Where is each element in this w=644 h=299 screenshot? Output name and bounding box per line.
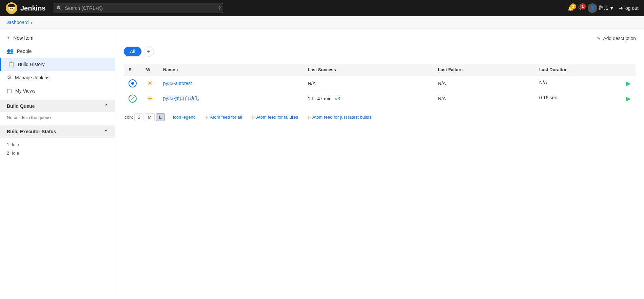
executor-1-id: 1 — [7, 142, 9, 147]
shield-count: 1 — [580, 3, 586, 9]
add-description-label: Add description — [603, 36, 636, 41]
rss-failures-icon: ⏆ — [250, 115, 255, 120]
sidebar-item-my-views[interactable]: ▢ My Views — [0, 84, 115, 97]
shield-badge[interactable]: 🛡 1 — [578, 5, 583, 11]
job2-last-failure-value: N/A — [438, 96, 446, 101]
breadcrumb-dashboard[interactable]: Dashboard — [5, 20, 29, 25]
size-m-button[interactable]: M — [145, 113, 155, 121]
job1-last-failure-value: N/A — [438, 81, 446, 86]
tab-bar: All + — [123, 46, 636, 57]
search-icon: 🔍 — [56, 5, 62, 11]
search-input[interactable] — [54, 3, 223, 13]
job2-weather-cell: ☀ — [141, 91, 158, 106]
add-description-button[interactable]: ✎ Add description — [597, 36, 636, 41]
table-row: ✓ ☀ py33-接口自动化 1 hr 47 min #3 N/A — [124, 91, 636, 106]
job2-last-failure-cell: N/A — [433, 91, 534, 106]
views-icon: ▢ — [7, 87, 12, 94]
edit-icon: ✎ — [597, 36, 601, 41]
job2-run-button[interactable]: ▶ — [626, 95, 631, 102]
sidebar: + New Item 👥 People 📋 Build History ⚙ Ma… — [0, 29, 115, 299]
content-header: ✎ Add description — [123, 36, 636, 41]
main-content: ✎ Add description All + S W — [115, 29, 644, 299]
job2-build-num-link[interactable]: #3 — [335, 96, 340, 101]
main-header: Jenkins 🔍 ? 🔔 2 🛡 1 👤 鹳儿 ▼ ➔ log out — [0, 0, 644, 16]
user-menu[interactable]: 👤 鹳儿 ▼ — [588, 3, 614, 13]
build-executor-section: Build Executor Status ⌃ 1 Idle 2 Idle — [0, 125, 115, 160]
col-header-w: W — [141, 64, 158, 76]
sidebar-item-build-history[interactable]: 📋 Build History — [0, 58, 115, 71]
svg-rect-6 — [8, 5, 9, 7]
job1-status-cell — [124, 76, 142, 91]
logout-icon: ➔ — [619, 5, 623, 11]
job2-name-link[interactable]: py33-接口自动化 — [163, 96, 199, 101]
logout-label: log out — [624, 5, 639, 11]
notifications-bell[interactable]: 🔔 2 — [568, 5, 573, 11]
col-header-last-failure: Last Failure — [433, 64, 534, 76]
job1-status-icon — [129, 79, 137, 87]
avatar: 👤 — [588, 3, 597, 13]
job1-name-cell: py33-autotest — [158, 76, 303, 91]
job1-status-dot — [131, 82, 134, 85]
atom-feed-failures-link[interactable]: ⏆ Atom feed for failures — [250, 115, 298, 120]
job2-last-success-cell: 1 hr 47 min #3 — [303, 91, 433, 106]
jenkins-title: Jenkins — [20, 4, 45, 12]
user-avatar-icon: 👤 — [590, 6, 595, 11]
rss-all-icon: ⏆ — [204, 115, 209, 120]
jenkins-logo-link[interactable]: Jenkins — [5, 2, 45, 14]
sidebar-item-build-history-label: Build History — [18, 62, 45, 67]
sidebar-item-new-item[interactable]: + New Item — [0, 32, 115, 44]
build-queue-header[interactable]: Build Queue ⌃ — [0, 100, 115, 112]
job2-weather-icon: ☀ — [146, 95, 154, 103]
gear-icon: ⚙ — [7, 74, 12, 81]
atom-feed-all-link[interactable]: ⏆ Atom feed for all — [204, 115, 242, 120]
jenkins-logo-icon — [5, 2, 18, 14]
build-executor-chevron-icon: ⌃ — [104, 129, 108, 134]
job1-name-link[interactable]: py33-autotest — [163, 81, 192, 86]
col-header-last-success: Last Success — [303, 64, 433, 76]
col-header-name[interactable]: Name ↓ — [158, 64, 303, 76]
sidebar-item-people-label: People — [17, 48, 32, 54]
build-executor-header[interactable]: Build Executor Status ⌃ — [0, 125, 115, 138]
logout-button[interactable]: ➔ log out — [619, 5, 639, 11]
job2-last-duration-cell: 0.16 sec ▶ — [534, 91, 636, 106]
build-queue-empty-label: No builds in the queue. — [7, 115, 52, 120]
executor-2-id: 2 — [7, 151, 9, 156]
icon-size-group: Icon: S M L — [123, 113, 165, 121]
sidebar-item-my-views-label: My Views — [15, 88, 36, 94]
job2-name-cell: py33-接口自动化 — [158, 91, 303, 106]
plus-icon: + — [7, 35, 10, 41]
size-l-button[interactable]: L — [156, 113, 165, 121]
breadcrumb: Dashboard › — [0, 16, 644, 29]
search-help-icon[interactable]: ? — [218, 5, 221, 11]
build-executor-label: Build Executor Status — [7, 129, 56, 134]
build-queue-body: No builds in the queue. — [0, 112, 115, 123]
job2-status-cell: ✓ — [124, 91, 142, 106]
size-s-button[interactable]: S — [134, 113, 143, 121]
sidebar-item-manage-jenkins[interactable]: ⚙ Manage Jenkins — [0, 71, 115, 84]
job2-last-success-value: 1 hr 47 min — [308, 96, 332, 101]
chevron-down-icon: ▼ — [609, 5, 614, 11]
icon-legend-label: Icon legend — [173, 115, 196, 120]
build-history-icon: 📋 — [8, 61, 15, 67]
job1-last-success-cell: N/A — [303, 76, 433, 91]
build-queue-label: Build Queue — [7, 103, 35, 109]
icon-legend-link[interactable]: Icon legend — [173, 115, 196, 120]
job1-run-button[interactable]: ▶ — [626, 80, 631, 87]
job1-last-duration-value: N/A — [539, 80, 547, 85]
executor-item-2: 2 Idle — [7, 149, 108, 157]
tab-all[interactable]: All — [123, 46, 142, 57]
tab-add-button[interactable]: + — [144, 46, 154, 57]
atom-feed-latest-link[interactable]: ⏆ Atom feed for just latest builds — [306, 115, 371, 120]
job1-weather-icon: ☀ — [146, 79, 154, 87]
main-layout: + New Item 👥 People 📋 Build History ⚙ Ma… — [0, 29, 644, 299]
notifications-count: 2 — [570, 3, 576, 9]
atom-feed-latest-label: Atom feed for just latest builds — [312, 115, 371, 120]
tab-all-label: All — [130, 49, 135, 54]
col-header-s: S — [124, 64, 142, 76]
table-row: ☀ py33-autotest N/A N/A N/A ▶ — [124, 76, 636, 91]
executor-2-status: Idle — [12, 151, 19, 156]
sidebar-item-people[interactable]: 👥 People — [0, 44, 115, 58]
atom-feed-failures-label: Atom feed for failures — [256, 115, 298, 120]
build-executor-body: 1 Idle 2 Idle — [0, 138, 115, 160]
icon-label: Icon: — [123, 115, 133, 120]
